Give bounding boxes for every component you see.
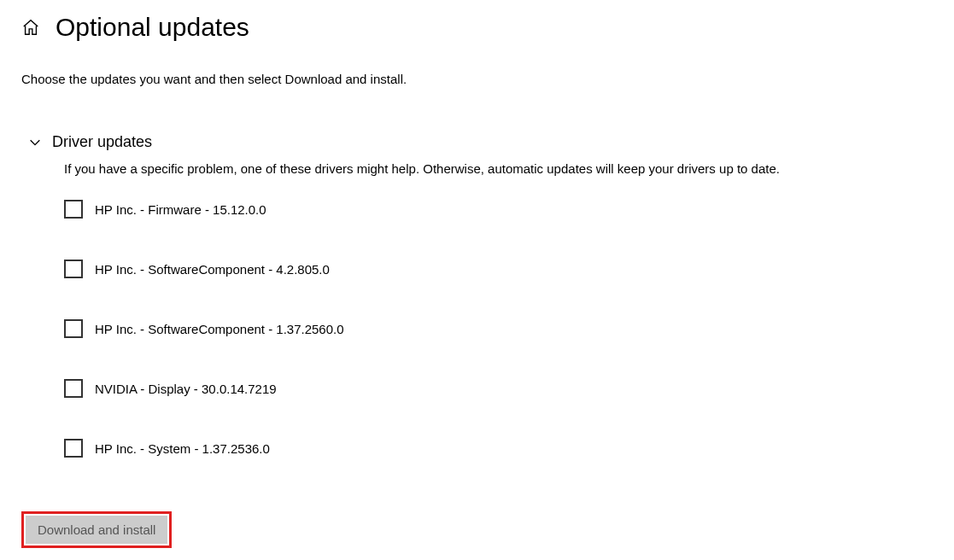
update-item: NVIDIA - Display - 30.0.14.7219 (64, 379, 933, 398)
update-checkbox[interactable] (64, 260, 83, 278)
instruction-text: Choose the updates you want and then sel… (21, 72, 933, 86)
home-icon[interactable] (21, 18, 40, 37)
update-label: HP Inc. - SoftwareComponent - 1.37.2560.… (95, 322, 344, 336)
section-title: Driver updates (52, 133, 152, 151)
update-item: HP Inc. - System - 1.37.2536.0 (64, 439, 933, 458)
update-checkbox[interactable] (64, 379, 83, 398)
driver-updates-toggle[interactable]: Driver updates (28, 133, 933, 151)
page-header: Optional updates (21, 13, 933, 42)
update-label: HP Inc. - System - 1.37.2536.0 (95, 441, 270, 456)
update-item: HP Inc. - Firmware - 15.12.0.0 (64, 200, 933, 219)
update-checkbox[interactable] (64, 319, 83, 338)
update-checkbox[interactable] (64, 439, 83, 458)
chevron-down-icon (28, 136, 42, 149)
page-title: Optional updates (56, 13, 249, 42)
update-checkbox[interactable] (64, 200, 83, 219)
update-item: HP Inc. - SoftwareComponent - 1.37.2560.… (64, 319, 933, 338)
update-label: NVIDIA - Display - 30.0.14.7219 (95, 382, 277, 396)
update-item: HP Inc. - SoftwareComponent - 4.2.805.0 (64, 260, 933, 278)
download-install-highlight: Download and install (21, 511, 172, 548)
section-description: If you have a specific problem, one of t… (64, 161, 933, 176)
updates-list: HP Inc. - Firmware - 15.12.0.0 HP Inc. -… (64, 200, 933, 458)
update-label: HP Inc. - SoftwareComponent - 4.2.805.0 (95, 262, 330, 277)
download-install-button[interactable]: Download and install (26, 516, 167, 544)
update-label: HP Inc. - Firmware - 15.12.0.0 (95, 202, 266, 217)
